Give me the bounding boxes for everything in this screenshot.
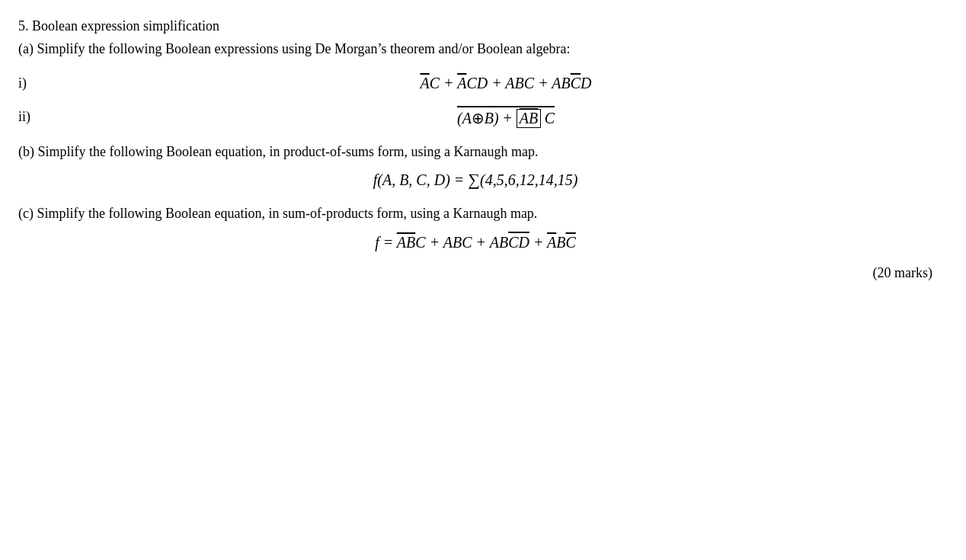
part-a-text: Simplify the following Boolean expressio… — [37, 41, 570, 56]
roman-ii-label: ii) — [18, 109, 79, 125]
section-title-text: Boolean expression simplification — [32, 18, 219, 34]
roman-i-label: i) — [18, 75, 79, 91]
main-content: 5. Boolean expression simplification (a)… — [18, 18, 932, 281]
part-c-label-text: (c) — [18, 206, 34, 221]
part-a-intro: (a) Simplify the following Boolean expre… — [18, 39, 932, 59]
part-c-label: (c) Simplify the following Boolean equat… — [18, 203, 932, 224]
marks-row: (20 marks) — [18, 265, 932, 281]
part-b-label: (b) Simplify the following Boolean equat… — [18, 142, 932, 162]
part-c-body-text: Simplify the following Boolean equation,… — [37, 206, 537, 221]
expression-c-row: f = ABC + ABC + ABCD + ABC — [18, 232, 932, 251]
expression-i-center: AC + ACD + ABC + ABCD — [79, 75, 932, 92]
expression-ii-center: (A⊕B) + AB C — [79, 106, 932, 128]
section-number: 5. — [18, 18, 29, 34]
marks-text: (20 marks) — [873, 265, 932, 281]
expression-b-row: f(A, B, C, D) = ∑(4,5,6,12,14,15) — [18, 170, 932, 190]
part-b-section: (b) Simplify the following Boolean equat… — [18, 142, 932, 190]
section-title: 5. Boolean expression simplification — [18, 18, 932, 34]
expression-c: f = ABC + ABC + ABCD + ABC — [375, 232, 576, 251]
expression-i: AC + ACD + ABC + ABCD — [420, 75, 591, 92]
expression-ii: (A⊕B) + AB C — [457, 106, 555, 128]
part-b-body-text: Simplify the following Boolean equation,… — [38, 144, 539, 159]
part-b-label-text: (b) — [18, 144, 34, 159]
expression-i-row: i) AC + ACD + ABC + ABCD — [18, 75, 932, 92]
expression-b: f(A, B, C, D) = ∑(4,5,6,12,14,15) — [373, 170, 578, 190]
part-c-section: (c) Simplify the following Boolean equat… — [18, 203, 932, 251]
part-a-label: (a) — [18, 41, 34, 56]
expression-ii-row: ii) (A⊕B) + AB C — [18, 106, 932, 128]
